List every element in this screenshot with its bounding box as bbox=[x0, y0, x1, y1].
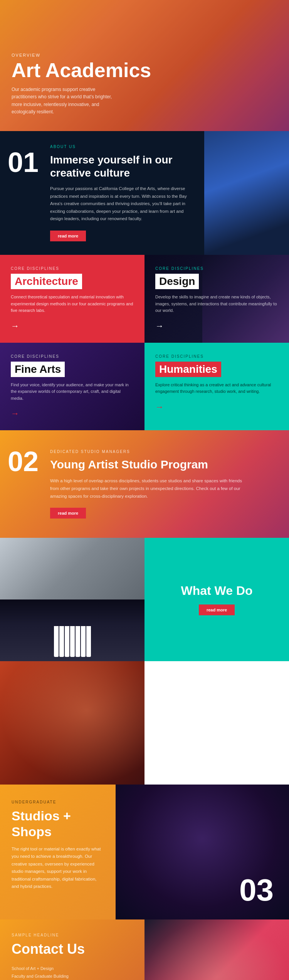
studios-section: UNDERGRADUATE Studios + Shops The right … bbox=[0, 785, 289, 919]
design-title: Design bbox=[159, 275, 195, 287]
what-we-do-section: What We Do read more bbox=[0, 538, 289, 785]
contact-image-overlay bbox=[144, 919, 289, 980]
studios-description: The right tool or material is often exac… bbox=[12, 845, 104, 891]
discipline-finearts[interactable]: CORE DISCIPLINES Fine Arts Find your voi… bbox=[0, 343, 144, 431]
design-title-box: Design bbox=[155, 274, 199, 289]
studio-number: 02 bbox=[8, 446, 39, 477]
contact-title: Contact Us bbox=[12, 941, 133, 957]
humanities-arrow[interactable]: → bbox=[155, 402, 164, 412]
discipline-architecture[interactable]: CORE DISCIPLINES Architecture Connect th… bbox=[0, 255, 144, 343]
studio-section: 02 DEDICATED STUDIO MANAGERS Young Artis… bbox=[0, 430, 289, 538]
hero-section: OVERVIEW Art Academics Our academic prog… bbox=[0, 0, 289, 131]
design-arrow[interactable]: → bbox=[155, 321, 164, 331]
humanities-description: Explore critical thinking as a creative … bbox=[155, 382, 278, 395]
contact-right-image bbox=[144, 919, 289, 980]
what-read-more-button[interactable]: read more bbox=[199, 605, 235, 615]
discipline-humanities[interactable]: CORE DISCIPLINES Humanities Explore crit… bbox=[144, 343, 289, 431]
architecture-title: Architecture bbox=[15, 275, 78, 287]
finearts-description: Find your voice, identify your audience,… bbox=[11, 382, 134, 402]
design-content: CORE DISCIPLINES Design Develop the skil… bbox=[155, 266, 278, 331]
studios-title: Studios + Shops bbox=[12, 808, 104, 840]
studios-overline: UNDERGRADUATE bbox=[12, 800, 104, 804]
design-overline: CORE DISCIPLINES bbox=[155, 266, 278, 271]
finearts-arrow[interactable]: → bbox=[11, 409, 19, 419]
studios-content: UNDERGRADUATE Studios + Shops The right … bbox=[0, 785, 116, 919]
about-overline: ABOUT US bbox=[50, 145, 193, 149]
about-description: Pursue your passions at California Colle… bbox=[50, 185, 193, 223]
hero-description: Our academic programs support creative p… bbox=[12, 86, 119, 116]
design-description: Develop the skills to imagine and create… bbox=[155, 294, 278, 314]
piano-key-1 bbox=[54, 626, 59, 657]
contact-left-panel: SAMPLE HEADLINE Contact Us School of Art… bbox=[0, 919, 144, 980]
piano-key-6 bbox=[81, 626, 86, 657]
finearts-title: Fine Arts bbox=[15, 363, 61, 375]
disciplines-section: CORE DISCIPLINES Architecture Connect th… bbox=[0, 255, 289, 431]
about-number: 01 bbox=[0, 131, 46, 255]
studio-read-more-button[interactable]: read more bbox=[50, 508, 86, 519]
studios-number: 03 bbox=[239, 872, 274, 908]
about-image bbox=[204, 131, 289, 255]
architecture-description: Connect theoretical speculation and mate… bbox=[11, 294, 134, 314]
finearts-content: CORE DISCIPLINES Fine Arts Find your voi… bbox=[11, 354, 134, 419]
architecture-arrow[interactable]: → bbox=[11, 321, 19, 331]
piano-image bbox=[0, 599, 144, 661]
what-right-image bbox=[0, 661, 144, 785]
piano-key-3 bbox=[65, 626, 69, 657]
hero-content: OVERVIEW Art Academics Our academic prog… bbox=[12, 53, 151, 116]
piano-key-7 bbox=[86, 626, 91, 657]
finearts-overline: CORE DISCIPLINES bbox=[11, 354, 134, 359]
about-title: Immerse yourself in our creative culture bbox=[50, 153, 193, 179]
contact-address-line2: Faculty and Graduate Building bbox=[12, 973, 133, 980]
contact-overline: SAMPLE HEADLINE bbox=[12, 933, 133, 937]
what-face-gradient bbox=[0, 661, 144, 785]
piano-key-5 bbox=[76, 626, 80, 657]
about-content: ABOUT US Immerse yourself in our creativ… bbox=[46, 131, 204, 255]
about-read-more-button[interactable]: read more bbox=[50, 231, 86, 241]
finearts-title-box: Fine Arts bbox=[11, 362, 65, 377]
hero-overline: OVERVIEW bbox=[12, 53, 151, 57]
humanities-title-box: Humanities bbox=[155, 362, 221, 377]
studio-description: With a high level of overlap across disc… bbox=[50, 477, 243, 500]
about-person-image bbox=[204, 131, 289, 255]
what-left-column bbox=[0, 538, 144, 661]
piano-key-4 bbox=[70, 626, 75, 657]
humanities-title: Humanities bbox=[159, 363, 217, 375]
discipline-design[interactable]: CORE DISCIPLINES Design Develop the skil… bbox=[144, 255, 289, 343]
what-center-panel: What We Do read more bbox=[144, 538, 289, 661]
contact-address: School of Art + Design Faculty and Gradu… bbox=[12, 965, 133, 980]
paper-fold-image bbox=[0, 538, 144, 599]
hero-title: Art Academics bbox=[12, 59, 151, 81]
what-top-image bbox=[0, 538, 144, 599]
humanities-overline: CORE DISCIPLINES bbox=[155, 354, 278, 359]
about-section: 01 ABOUT US Immerse yourself in our crea… bbox=[0, 131, 289, 255]
contact-section: SAMPLE HEADLINE Contact Us School of Art… bbox=[0, 919, 289, 980]
architecture-overline: CORE DISCIPLINES bbox=[11, 266, 134, 271]
piano-key-2 bbox=[59, 626, 64, 657]
what-bottom-image bbox=[0, 599, 144, 661]
studio-title: Young Artist Studio Program bbox=[50, 458, 277, 471]
studio-overline: DEDICATED STUDIO MANAGERS bbox=[50, 450, 277, 454]
contact-address-line1: School of Art + Design bbox=[12, 965, 133, 973]
architecture-title-box: Architecture bbox=[11, 274, 82, 289]
what-title: What We Do bbox=[181, 584, 252, 598]
